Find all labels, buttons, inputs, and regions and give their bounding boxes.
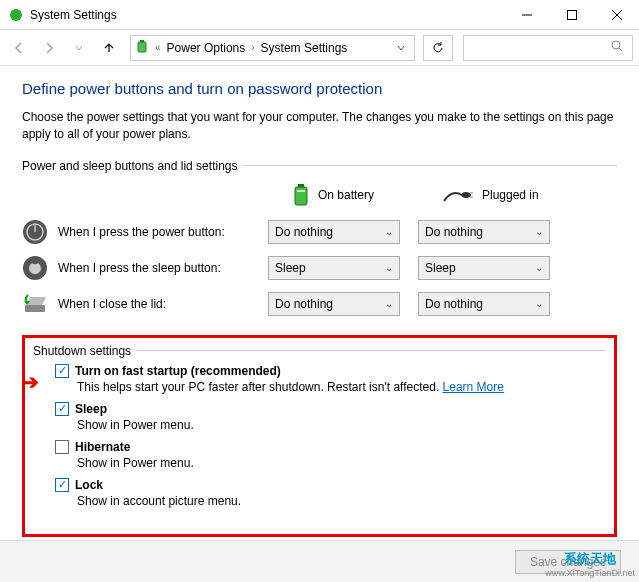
- lid-icon: [22, 291, 48, 317]
- lock-sub: Show in account picture menu.: [77, 494, 606, 508]
- power-sleep-legend: Power and sleep buttons and lid settings: [22, 159, 243, 173]
- on-battery-label: On battery: [318, 188, 374, 202]
- power-battery-select[interactable]: Do nothing⌄: [268, 220, 400, 244]
- power-plugged-select[interactable]: Do nothing⌄: [418, 220, 550, 244]
- power-sleep-section: Power and sleep buttons and lid settings…: [22, 159, 617, 327]
- svg-point-13: [461, 192, 471, 198]
- sleep-checkbox[interactable]: Sleep: [55, 402, 606, 416]
- svg-rect-3: [567, 10, 576, 19]
- sleep-sub: Show in Power menu.: [77, 418, 606, 432]
- sleep-battery-select[interactable]: Sleep⌄: [268, 256, 400, 280]
- hibernate-sub: Show in Power menu.: [77, 456, 606, 470]
- recent-dropdown-button[interactable]: [66, 35, 92, 61]
- watermark: 系统天地 www.XiTongTianDi.net: [545, 550, 635, 578]
- sleep-button-icon: [22, 255, 48, 281]
- app-icon: [8, 7, 24, 23]
- plugged-in-label: Plugged in: [482, 188, 539, 202]
- power-button-row: When I press the power button: Do nothin…: [22, 219, 617, 245]
- sleep-button-label: When I press the sleep button:: [58, 261, 268, 275]
- sleep-plugged-select[interactable]: Sleep⌄: [418, 256, 550, 280]
- footer: Save changes: [0, 540, 639, 582]
- page-heading: Define power buttons and turn on passwor…: [22, 80, 617, 97]
- on-battery-header: On battery: [292, 183, 442, 207]
- hibernate-item: Hibernate Show in Power menu.: [55, 440, 606, 470]
- lid-row: When I close the lid: Do nothing⌄ Do not…: [22, 291, 617, 317]
- search-icon: [610, 39, 624, 56]
- hibernate-checkbox[interactable]: Hibernate: [55, 440, 606, 454]
- maximize-button[interactable]: [549, 0, 594, 29]
- lock-checkbox[interactable]: Lock: [55, 478, 606, 492]
- sleep-button-row: When I press the sleep button: Sleep⌄ Sl…: [22, 255, 617, 281]
- svg-rect-12: [297, 190, 305, 192]
- titlebar: System Settings: [0, 0, 639, 30]
- svg-rect-1: [14, 9, 18, 15]
- svg-rect-7: [140, 40, 144, 42]
- sleep-item: Sleep Show in Power menu.: [55, 402, 606, 432]
- chevron-down-icon: ⌄: [535, 298, 543, 309]
- forward-button[interactable]: [36, 35, 62, 61]
- highlight-annotation: ➔ Shutdown settings Turn on fast startup…: [22, 335, 617, 537]
- learn-more-link[interactable]: Learn More: [443, 380, 504, 394]
- watermark-line1: 系统天地: [564, 550, 616, 568]
- battery-icon: [135, 39, 151, 56]
- navbar: « Power Options › System Settings: [0, 30, 639, 66]
- fast-startup-item: Turn on fast startup (recommended) This …: [55, 364, 606, 394]
- chevron-right-icon: ›: [251, 42, 254, 53]
- back-button[interactable]: [6, 35, 32, 61]
- refresh-button[interactable]: [423, 35, 453, 61]
- window-title: System Settings: [30, 8, 504, 22]
- svg-rect-11: [298, 184, 304, 187]
- svg-line-9: [619, 48, 622, 51]
- checkbox-checked-icon: [55, 402, 69, 416]
- lid-label: When I close the lid:: [58, 297, 268, 311]
- svg-rect-6: [138, 42, 146, 52]
- breadcrumb-power-options[interactable]: Power Options: [165, 41, 248, 55]
- svg-rect-10: [295, 187, 307, 205]
- lid-battery-select[interactable]: Do nothing⌄: [268, 292, 400, 316]
- power-button-label: When I press the power button:: [58, 225, 268, 239]
- address-bar[interactable]: « Power Options › System Settings: [130, 35, 415, 61]
- plug-icon: [442, 187, 474, 203]
- checkbox-checked-icon: [55, 364, 69, 378]
- breadcrumb-system-settings[interactable]: System Settings: [259, 41, 350, 55]
- chevron-down-icon: ⌄: [535, 262, 543, 273]
- chevron-sep-icon: «: [155, 42, 161, 53]
- search-box[interactable]: [463, 35, 633, 61]
- address-dropdown-icon[interactable]: [392, 43, 410, 53]
- shutdown-legend: Shutdown settings: [33, 344, 137, 358]
- minimize-button[interactable]: [504, 0, 549, 29]
- watermark-line2: www.XiTongTianDi.net: [545, 568, 635, 578]
- fast-startup-sub: This helps start your PC faster after sh…: [77, 380, 443, 394]
- fast-startup-checkbox[interactable]: Turn on fast startup (recommended): [55, 364, 606, 378]
- close-button[interactable]: [594, 0, 639, 29]
- chevron-down-icon: ⌄: [535, 226, 543, 237]
- checkbox-checked-icon: [55, 478, 69, 492]
- checkbox-unchecked-icon: [55, 440, 69, 454]
- up-button[interactable]: [96, 35, 122, 61]
- lid-plugged-select[interactable]: Do nothing⌄: [418, 292, 550, 316]
- page-description: Choose the power settings that you want …: [22, 109, 617, 143]
- svg-rect-20: [25, 305, 45, 312]
- power-button-icon: [22, 219, 48, 245]
- shutdown-section: Shutdown settings Turn on fast startup (…: [33, 344, 606, 516]
- svg-point-8: [612, 41, 620, 49]
- chevron-down-icon: ⌄: [385, 298, 393, 309]
- battery-icon: [292, 183, 310, 207]
- lock-item: Lock Show in account picture menu.: [55, 478, 606, 508]
- chevron-down-icon: ⌄: [385, 262, 393, 273]
- content-area: Define power buttons and turn on passwor…: [0, 66, 639, 537]
- chevron-down-icon: ⌄: [385, 226, 393, 237]
- arrow-annotation-icon: ➔: [22, 370, 39, 394]
- plugged-in-header: Plugged in: [442, 183, 592, 207]
